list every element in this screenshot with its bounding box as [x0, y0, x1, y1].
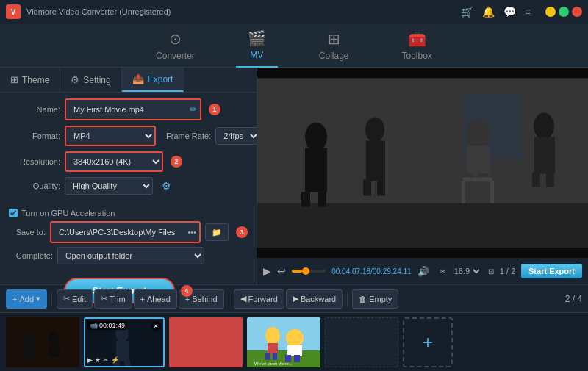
name-label: Name:	[9, 105, 60, 114]
edit-scissors-icon: ✂	[63, 294, 70, 303]
svg-point-37	[265, 327, 280, 345]
aspect-select[interactable]: 16:9	[451, 266, 482, 276]
step-2-marker: 2	[171, 156, 182, 168]
minimize-button[interactable]	[545, 7, 556, 17]
svg-rect-7	[301, 192, 310, 207]
right-start-export-button[interactable]: Start Export	[521, 264, 582, 278]
menu-icon[interactable]: ≡	[525, 6, 531, 18]
quality-gear-icon[interactable]: ⚙	[162, 180, 171, 192]
edit-button[interactable]: ✂ Edit	[57, 289, 93, 309]
forward-button[interactable]: ◀ Forward	[234, 289, 284, 309]
add-film-button[interactable]: +	[403, 317, 453, 367]
sub-tab-export[interactable]: 📤 Export	[122, 68, 184, 92]
name-input[interactable]	[69, 101, 187, 118]
nav-tabs: ⊙ Converter 🎬 MV ⊞ Collage 🧰 Toolbox	[0, 24, 588, 68]
play-button[interactable]: ▶	[263, 265, 271, 277]
step-4-marker: 4	[181, 285, 193, 297]
app-title: Vidmore Video Converter (Unregistered)	[26, 7, 455, 16]
volume-icon[interactable]: 🔊	[417, 266, 429, 277]
film-wand-icon[interactable]: ⚡	[111, 356, 119, 364]
film-item-3[interactable]	[169, 317, 243, 367]
tab-toolbox-label: Toolbox	[402, 51, 432, 61]
quality-label: Quality:	[9, 181, 60, 190]
ahead-button[interactable]: + Ahead	[134, 289, 177, 309]
film-star-icon: ★	[95, 356, 101, 364]
svg-rect-8	[318, 192, 326, 207]
save-row: Save to: ••• 📁 3	[9, 221, 248, 243]
sub-tab-theme[interactable]: ⊞ Theme	[0, 68, 60, 92]
resolution-label: Resolution:	[9, 157, 60, 166]
backward-button[interactable]: ▶ Backward	[286, 289, 343, 309]
right-panel: ▶ ↩ 00:04:07.18/00:29:24.11 🔊 ✂ 16:9 ⊡ 1…	[257, 68, 588, 284]
window-controls	[545, 7, 582, 17]
toolbar-separator-1	[51, 292, 52, 306]
film-thumb-4: We've been there...	[247, 317, 320, 367]
svg-rect-10	[366, 141, 385, 181]
converter-icon: ⊙	[169, 30, 182, 48]
complete-select[interactable]: Open output folder	[57, 247, 204, 264]
empty-button[interactable]: 🗑 Empty	[352, 289, 398, 309]
frame-rate-select[interactable]: 24fps	[215, 127, 260, 145]
svg-rect-38	[268, 343, 278, 354]
frame-rate-label: Frame Rate:	[166, 132, 211, 140]
gpu-row: Turn on GPU Acceleration	[9, 209, 248, 217]
add-icon: +	[12, 295, 17, 303]
film-clip-icon: 📹	[90, 322, 98, 329]
svg-rect-33	[124, 360, 130, 367]
svg-rect-23	[546, 173, 554, 187]
maximize-button[interactable]	[559, 7, 569, 17]
progress-bar[interactable]	[292, 270, 326, 273]
film-thumb-3	[169, 317, 243, 367]
folder-button[interactable]: 📁	[205, 223, 229, 241]
film-cut-icon[interactable]: ✂	[103, 356, 109, 364]
tab-mv[interactable]: 🎬 MV	[236, 24, 278, 68]
backward-icon: ▶	[293, 294, 298, 303]
film-item-empty	[325, 317, 398, 367]
format-row: Format: MP4 Frame Rate: 24fps	[9, 126, 248, 146]
app-logo: V	[6, 4, 21, 19]
svg-rect-6	[305, 148, 327, 192]
toolbox-icon: 🧰	[408, 30, 426, 48]
svg-point-41	[286, 329, 304, 347]
cart-icon[interactable]: 🛒	[461, 6, 473, 18]
film-item-1[interactable]	[6, 317, 79, 367]
forward-icon: ◀	[240, 294, 246, 303]
tab-toolbox[interactable]: 🧰 Toolbox	[390, 24, 444, 67]
close-button[interactable]	[572, 7, 582, 17]
bell-icon[interactable]: 🔔	[482, 6, 495, 18]
resolution-select[interactable]: 3840x2160 (4K)	[66, 153, 162, 170]
svg-rect-40	[273, 353, 277, 360]
film-close-button[interactable]: ✕	[151, 321, 161, 331]
gpu-checkbox[interactable]	[9, 209, 18, 217]
save-path-input[interactable]	[54, 223, 184, 241]
time-display: 00:04:07.18/00:29:24.11	[331, 267, 411, 275]
film-play-icon[interactable]: ▶	[87, 356, 93, 364]
edit-icon[interactable]: ✏	[190, 104, 197, 115]
browse-dots[interactable]: •••	[187, 228, 196, 237]
film-item-4[interactable]: We've been there...	[247, 317, 320, 367]
format-label: Format:	[9, 132, 60, 140]
complete-row: Complete: Open output folder	[9, 247, 248, 264]
svg-rect-28	[49, 344, 60, 357]
add-button[interactable]: + Add ▾	[6, 289, 47, 309]
sub-tab-setting[interactable]: ⚙ Setting	[60, 68, 121, 92]
tab-collage-label: Collage	[319, 51, 349, 61]
tab-converter[interactable]: ⊙ Converter	[144, 24, 207, 67]
film-duration: 📹 00:01:49	[87, 321, 127, 330]
chat-icon[interactable]: 💬	[503, 6, 516, 18]
rewind-button[interactable]: ↩	[277, 265, 286, 277]
format-select[interactable]: MP4	[66, 127, 154, 145]
trash-icon: 🗑	[359, 295, 367, 303]
film-item-2[interactable]: 📹 00:01:49 ✕ ▶ ★ ✂ ⚡	[84, 317, 165, 367]
trim-button[interactable]: ✂ Trim	[94, 289, 132, 309]
svg-rect-22	[532, 173, 540, 187]
trim-icon: ✂	[101, 294, 107, 303]
tab-collage[interactable]: ⊞ Collage	[307, 24, 361, 67]
collage-icon: ⊞	[328, 30, 340, 48]
step-1-marker: 1	[209, 104, 220, 115]
quality-select[interactable]: High Quality	[65, 177, 153, 195]
screen-icon: ⊡	[488, 267, 494, 275]
film-empty	[326, 318, 398, 367]
svg-rect-12	[377, 180, 385, 196]
setting-icon: ⚙	[71, 74, 79, 85]
